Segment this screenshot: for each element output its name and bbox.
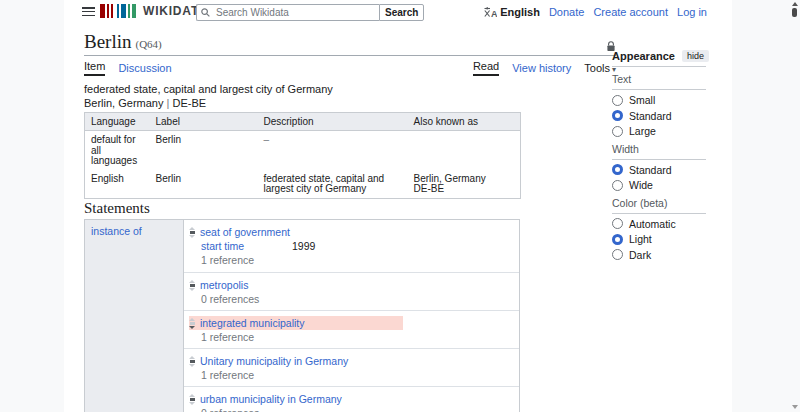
claim-value-link[interactable]: metropolis bbox=[200, 279, 248, 291]
radio-icon[interactable] bbox=[612, 249, 623, 260]
claim-metropolis: metropolis 0 references bbox=[184, 273, 519, 311]
hamburger-menu-icon[interactable] bbox=[82, 7, 95, 17]
page-title: Berlin bbox=[84, 31, 132, 52]
rank-normal-icon bbox=[189, 394, 195, 405]
entity-description: federated state, capital and largest cit… bbox=[84, 83, 616, 96]
radio-icon[interactable] bbox=[612, 126, 623, 137]
cell-aka: Berlin, GermanyDE-BE bbox=[408, 170, 521, 199]
radio-text-small[interactable]: Small bbox=[612, 95, 706, 106]
radio-icon[interactable] bbox=[612, 95, 623, 106]
section-label-color: Color (beta) bbox=[612, 197, 706, 214]
appearance-panel: Appearance hide Text Small Standard Larg… bbox=[612, 50, 706, 260]
claim-value-link[interactable]: seat of government bbox=[200, 226, 290, 238]
tab-discussion[interactable]: Discussion bbox=[118, 62, 171, 74]
scrollbar-up-arrow[interactable] bbox=[792, 2, 798, 6]
claim-integrated-municipality: integrated municipality 1 reference bbox=[184, 311, 519, 349]
title-row: Berlin(Q64) bbox=[84, 32, 616, 56]
cell-aka bbox=[408, 131, 521, 170]
donate-link[interactable]: Donate bbox=[549, 6, 584, 18]
cell-label: Berlin bbox=[150, 131, 258, 170]
references-toggle[interactable]: 0 references bbox=[201, 406, 519, 412]
radio-icon[interactable] bbox=[612, 180, 623, 191]
qualifier-value: 1999 bbox=[292, 240, 315, 252]
create-account-link[interactable]: Create account bbox=[593, 6, 668, 18]
tab-item[interactable]: Item bbox=[84, 60, 105, 76]
search-input[interactable] bbox=[196, 4, 379, 21]
entity-aliases: Berlin, Germany | DE-BE bbox=[84, 97, 616, 110]
references-toggle[interactable]: 1 reference bbox=[201, 368, 519, 382]
radio-width-wide[interactable]: Wide bbox=[612, 180, 706, 191]
radio-selected-icon[interactable] bbox=[612, 164, 623, 175]
rank-deprecated-icon bbox=[189, 318, 195, 329]
tab-read[interactable]: Read bbox=[473, 60, 499, 76]
terms-header-row: Language Label Description Also known as bbox=[85, 113, 521, 131]
claim-value-link[interactable]: Unitary municipality in Germany bbox=[200, 355, 348, 367]
cell-description: – bbox=[258, 131, 408, 170]
wikidata-logo-bars-icon bbox=[100, 4, 136, 18]
radio-selected-icon[interactable] bbox=[612, 234, 623, 245]
top-header: WIKIDATA Search A English Donate Create … bbox=[64, 0, 732, 24]
col-language: Language bbox=[85, 113, 150, 131]
tab-view-history[interactable]: View history bbox=[512, 62, 571, 74]
search-icon bbox=[201, 8, 210, 17]
col-also-known-as: Also known as bbox=[408, 113, 521, 131]
references-toggle[interactable]: 1 reference bbox=[201, 253, 519, 267]
radio-width-standard[interactable]: Standard bbox=[612, 164, 706, 175]
statements-heading: Statements bbox=[84, 200, 150, 217]
radio-text-standard[interactable]: Standard bbox=[612, 110, 706, 121]
language-icon: A bbox=[484, 7, 497, 18]
language-label: English bbox=[500, 6, 540, 18]
cell-language: English bbox=[85, 170, 150, 199]
radio-icon[interactable] bbox=[612, 218, 623, 229]
references-toggle[interactable]: 0 references bbox=[201, 292, 519, 306]
col-label: Label bbox=[150, 113, 258, 131]
cell-description: federated state, capital and largest cit… bbox=[258, 170, 408, 199]
radio-color-dark[interactable]: Dark bbox=[612, 249, 706, 260]
page-content: WIKIDATA Search A English Donate Create … bbox=[64, 0, 732, 412]
section-label-text: Text bbox=[612, 73, 706, 90]
table-row: English Berlin federated state, capital … bbox=[85, 170, 521, 199]
svg-text:A: A bbox=[491, 9, 497, 18]
radio-color-light[interactable]: Light bbox=[612, 234, 706, 245]
radio-text-large[interactable]: Large bbox=[612, 126, 706, 137]
statements-group: instance of seat of government start tim… bbox=[84, 219, 520, 412]
table-row: default for all languages Berlin – bbox=[85, 131, 521, 170]
claim-urban-municipality: urban municipality in Germany 0 referenc… bbox=[184, 387, 519, 412]
terms-table: Language Label Description Also known as… bbox=[84, 112, 521, 199]
language-selector[interactable]: A English bbox=[484, 6, 540, 18]
rank-normal-icon bbox=[189, 356, 195, 367]
appearance-title: Appearance bbox=[612, 50, 675, 62]
search-button[interactable]: Search bbox=[379, 4, 424, 21]
claim-seat-of-government: seat of government start time 1999 1 ref… bbox=[184, 220, 519, 273]
rank-normal-icon bbox=[189, 227, 195, 238]
login-link[interactable]: Log in bbox=[677, 6, 707, 18]
claim-value-link[interactable]: urban municipality in Germany bbox=[200, 393, 342, 405]
section-label-width: Width bbox=[612, 143, 706, 160]
wikidata-logo[interactable]: WIKIDATA bbox=[100, 4, 208, 18]
radio-selected-icon[interactable] bbox=[612, 110, 623, 121]
claim-value-link[interactable]: integrated municipality bbox=[200, 317, 304, 329]
references-toggle[interactable]: 1 reference bbox=[201, 330, 519, 344]
cell-label: Berlin bbox=[150, 170, 258, 199]
scrollbar-thumb[interactable] bbox=[792, 8, 797, 17]
property-cell: instance of bbox=[85, 220, 183, 412]
claim-unitary-municipality: Unitary municipality in Germany 1 refere… bbox=[184, 349, 519, 387]
tabs-row: Item Discussion Read View history Tools▾ bbox=[84, 60, 616, 76]
rank-normal-icon bbox=[189, 280, 195, 291]
radio-color-automatic[interactable]: Automatic bbox=[612, 218, 706, 229]
cell-language: default for all languages bbox=[85, 131, 150, 170]
entity-id: (Q64) bbox=[136, 38, 162, 50]
scrollbar-down-arrow[interactable] bbox=[792, 405, 798, 409]
qualifier-property-link[interactable]: start time bbox=[201, 240, 292, 252]
col-description: Description bbox=[258, 113, 408, 131]
hide-appearance-button[interactable]: hide bbox=[682, 50, 709, 62]
property-link-instance-of[interactable]: instance of bbox=[91, 225, 142, 237]
